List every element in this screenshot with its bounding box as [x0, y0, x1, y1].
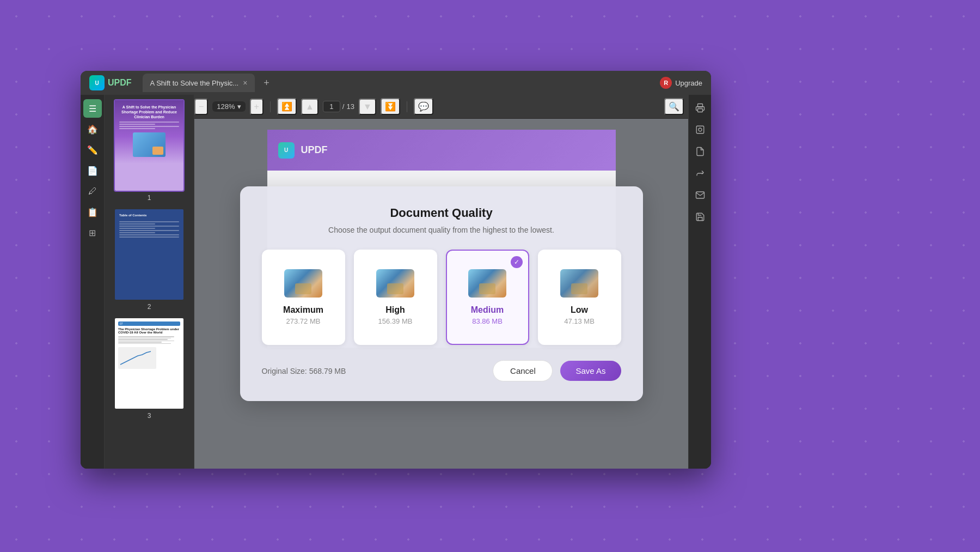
- quality-card-maximum[interactable]: Maximum 273.72 MB: [262, 250, 345, 345]
- right-icon-print[interactable]: [691, 99, 709, 117]
- tab-title: A Shift to Solve the Physic...: [150, 79, 239, 87]
- cancel-button[interactable]: Cancel: [493, 360, 553, 381]
- tool-thumbnail[interactable]: ☰: [83, 99, 102, 118]
- document-quality-dialog: Document Quality Choose the output docum…: [240, 186, 643, 401]
- quality-options: Maximum 273.72 MB High 156.39 MB: [262, 250, 621, 345]
- dialog-subtitle: Choose the output document quality from …: [262, 226, 621, 234]
- quality-size-high: 156.39 MB: [378, 317, 413, 325]
- original-size-text: Original Size: 568.79 MB: [262, 367, 486, 375]
- quality-card-low[interactable]: Low 47.13 MB: [538, 250, 621, 345]
- tool-stamp[interactable]: 📋: [83, 203, 102, 221]
- title-bar: U UPDF A Shift to Solve the Physic... × …: [81, 71, 711, 95]
- thumbnail-3-number: 3: [148, 412, 151, 420]
- dialog-overlay: Document Quality Choose the output docum…: [194, 119, 688, 469]
- right-icon-save[interactable]: [691, 208, 709, 226]
- dialog-footer: Original Size: 568.79 MB Cancel Save As: [262, 360, 621, 381]
- pdf-toolbar: − 128% ▾ + ⏫ ▲ / 13 ▼ ⏬ 💬 🔍: [194, 95, 688, 119]
- selected-check-icon: ✓: [511, 256, 523, 268]
- page-total: 13: [346, 102, 354, 111]
- right-icon-convert[interactable]: [691, 143, 709, 160]
- thumbnail-3[interactable]: 07 The Physician Shortage Problem under …: [109, 317, 189, 420]
- main-area: ☰ 🏠 ✏️ 📄 🖊 📋 ⊞ A Shift to Solve the Phys…: [81, 95, 711, 469]
- svg-point-3: [699, 128, 702, 131]
- nav-last-button[interactable]: ⏬: [381, 98, 400, 115]
- tool-home[interactable]: 🏠: [83, 120, 102, 138]
- save-as-button[interactable]: Save As: [560, 361, 621, 381]
- thumbnail-2-img: Table of Contents: [114, 208, 185, 301]
- quality-name-high: High: [385, 305, 405, 315]
- page-number-input[interactable]: [323, 101, 340, 112]
- zoom-dropdown-icon: ▾: [237, 102, 241, 111]
- quality-size-medium: 83.86 MB: [472, 317, 503, 325]
- nav-next-button[interactable]: ▼: [359, 99, 376, 115]
- right-icon-share[interactable]: [691, 165, 709, 182]
- document-tab[interactable]: A Shift to Solve the Physic... ×: [143, 74, 255, 92]
- app-logo: U UPDF: [89, 75, 132, 90]
- right-icon-snapshot[interactable]: [691, 121, 709, 138]
- original-size-value: 568.79 MB: [309, 367, 346, 375]
- svg-rect-2: [696, 126, 704, 134]
- search-button[interactable]: 🔍: [664, 98, 684, 115]
- quality-thumbnail-low: [560, 269, 598, 298]
- logo-text: UPDF: [108, 78, 132, 88]
- quality-thumbnail-medium: [468, 269, 506, 298]
- quality-card-medium[interactable]: ✓ Medium 83.86 MB: [446, 250, 529, 345]
- tool-edit[interactable]: ✏️: [83, 141, 102, 159]
- zoom-in-button[interactable]: +: [250, 99, 264, 115]
- pdf-area: − 128% ▾ + ⏫ ▲ / 13 ▼ ⏬ 💬 🔍: [194, 95, 688, 469]
- zoom-level: 128%: [217, 102, 235, 111]
- quality-thumbnail-maximum: [284, 269, 322, 298]
- user-avatar: R: [660, 77, 672, 89]
- page-control: / 13: [323, 101, 354, 112]
- nav-first-button[interactable]: ⏫: [277, 98, 297, 115]
- tool-pages[interactable]: 📄: [83, 161, 102, 180]
- zoom-control[interactable]: 128% ▾: [212, 101, 245, 112]
- zoom-out-button[interactable]: −: [194, 99, 208, 115]
- nav-prev-button[interactable]: ▲: [301, 99, 318, 115]
- thumbnail-1-img: A Shift to Solve the Physician Shortage …: [114, 99, 185, 192]
- quality-name-maximum: Maximum: [283, 305, 323, 315]
- app-window: U UPDF A Shift to Solve the Physic... × …: [81, 71, 711, 469]
- thumbnail-1[interactable]: A Shift to Solve the Physician Shortage …: [109, 99, 189, 202]
- thumbnail-2[interactable]: Table of Contents 2: [109, 208, 189, 311]
- tools-sidebar: ☰ 🏠 ✏️ 📄 🖊 📋 ⊞: [81, 95, 105, 469]
- logo-icon: U: [89, 75, 105, 90]
- comment-button[interactable]: 💬: [414, 98, 433, 115]
- quality-size-low: 47.13 MB: [564, 317, 595, 325]
- new-tab-button[interactable]: +: [264, 77, 270, 89]
- svg-rect-1: [697, 109, 702, 112]
- tool-forms[interactable]: ⊞: [83, 223, 102, 242]
- tab-close-button[interactable]: ×: [243, 79, 247, 87]
- thumbnail-panel: A Shift to Solve the Physician Shortage …: [105, 95, 194, 469]
- quality-name-low: Low: [571, 305, 588, 315]
- right-icon-email[interactable]: [691, 186, 709, 204]
- thumbnail-1-number: 1: [148, 194, 151, 202]
- dialog-title: Document Quality: [262, 206, 621, 220]
- right-sidebar: [688, 95, 711, 469]
- quality-name-medium: Medium: [471, 305, 504, 315]
- tool-annotate[interactable]: 🖊: [83, 182, 102, 201]
- quality-size-maximum: 273.72 MB: [286, 317, 321, 325]
- thumbnail-3-img: 07 The Physician Shortage Problem under …: [114, 317, 185, 410]
- thumbnail-2-number: 2: [148, 303, 151, 311]
- upgrade-button[interactable]: R Upgrade: [660, 77, 702, 89]
- quality-thumbnail-high: [376, 269, 414, 298]
- quality-card-high[interactable]: High 156.39 MB: [354, 250, 437, 345]
